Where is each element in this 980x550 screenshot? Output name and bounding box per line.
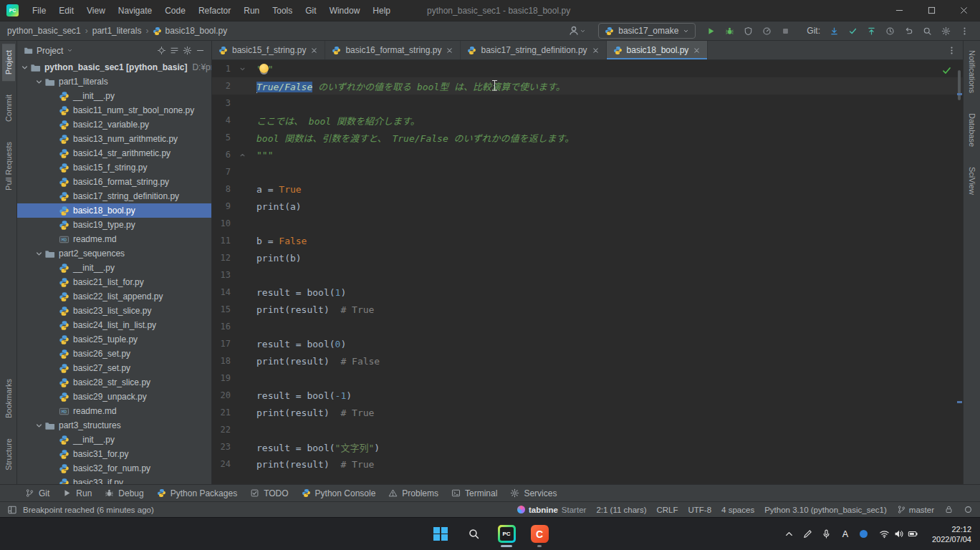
code-line-20[interactable]: 20result = bool(-1) (212, 387, 963, 404)
code-line-1[interactable]: 1""" (212, 60, 963, 77)
tabnine-widget[interactable]: tabnine Starter (517, 506, 586, 514)
project-file-readme.md[interactable]: MDreadme.md (17, 232, 211, 246)
coverage-button[interactable] (739, 22, 756, 39)
project-file-basic17_string_definition.py[interactable]: basic17_string_definition.py (17, 189, 211, 203)
code-line-16[interactable]: 16 (212, 318, 963, 335)
project-file-basic22_list_append.py[interactable]: basic22_list_append.py (17, 289, 211, 304)
breadcrumb-item-python_basic_sec1[interactable]: python_basic_sec1 (7, 26, 81, 36)
network-volume-battery-button[interactable] (874, 523, 923, 546)
commit-button[interactable] (844, 22, 861, 39)
tray-app-button[interactable] (855, 523, 873, 546)
taskbar-pycharm-button[interactable]: PC (492, 520, 521, 549)
code-line-2[interactable]: 2True/False のいずれかの値を取る bool型 は、比較演算で使います… (212, 77, 963, 95)
project-file-basic15_f_string.py[interactable]: basic15_f_string.py (17, 160, 211, 175)
caret-position-widget[interactable]: 2:1 (11 chars) (596, 506, 646, 514)
menu-window[interactable]: Window (323, 0, 367, 21)
code-line-14[interactable]: 14result = bool(1) (212, 284, 963, 301)
project-file-basic11_num_str_bool_none.py[interactable]: basic11_num_str_bool_none.py (17, 103, 211, 117)
run-configuration-selector[interactable]: basic17_omake (598, 23, 696, 39)
menu-edit[interactable]: Edit (52, 0, 80, 21)
menu-refactor[interactable]: Refactor (192, 0, 237, 21)
windows-search-button[interactable] (459, 520, 488, 549)
breadcrumb-item-basic18_bool.py[interactable]: basic18_bool.py (153, 26, 227, 36)
code-line-23[interactable]: 23result = bool("文字列") (212, 438, 963, 455)
project-file-basic29_unpack.py[interactable]: basic29_unpack.py (17, 390, 211, 404)
menu-tools[interactable]: Tools (266, 0, 299, 21)
toolwindow-todo[interactable]: TODO (244, 485, 294, 501)
tray-mic-button[interactable] (818, 523, 835, 546)
panel-settings-icon[interactable] (183, 46, 192, 55)
run-button[interactable] (702, 22, 719, 39)
tree-expand-icon[interactable] (34, 421, 44, 430)
settings-button[interactable] (937, 22, 954, 39)
line-separator-widget[interactable]: CRLF (656, 506, 678, 514)
editor-tab-basic18_bool.py[interactable]: basic18_bool.py (607, 41, 708, 59)
code-line-5[interactable]: 5bool 関数は、引数を渡すと、 True/False のいずれかの値を返しま… (212, 129, 963, 146)
editor-scrollbar-thumb[interactable] (958, 70, 961, 100)
panel-title[interactable]: Project (37, 46, 63, 56)
project-file-part2_sequences[interactable]: part2_sequences (17, 246, 211, 261)
error-stripe-mark[interactable] (957, 401, 962, 403)
menu-view[interactable]: View (80, 0, 112, 21)
toolwindow-python-console[interactable]: Python Console (295, 485, 383, 501)
code-with-me-button[interactable] (566, 22, 588, 39)
code-line-7[interactable]: 7 (212, 163, 963, 180)
code-line-9[interactable]: 9print(a) (212, 198, 963, 215)
breadcrumb-item-part1_literals[interactable]: part1_literals (92, 26, 142, 36)
intention-bulb-icon[interactable] (259, 64, 269, 73)
taskbar-c-app-button[interactable]: C (525, 520, 554, 549)
project-file-__init__.py[interactable]: __init__.py (17, 89, 211, 103)
maximize-button[interactable] (916, 0, 948, 21)
indent-widget[interactable]: 4 spaces (721, 506, 754, 514)
code-line-19[interactable]: 19 (212, 370, 963, 387)
tree-expand-icon[interactable] (34, 249, 44, 259)
encoding-widget[interactable]: UTF-8 (688, 506, 712, 514)
project-file-part1_literals[interactable]: part1_literals (17, 74, 211, 89)
taskbar-clock[interactable]: 22:12 2022/07/04 (932, 524, 971, 544)
code-line-10[interactable]: 10 (212, 215, 963, 232)
project-file-basic24_list_in_list.py[interactable]: basic24_list_in_list.py (17, 318, 211, 332)
project-file-basic32_for_num.py[interactable]: basic32_for_num.py (17, 461, 211, 476)
code-line-4[interactable]: 4ここでは、 bool 関数を紹介します。 (212, 112, 963, 129)
close-tab-icon[interactable] (693, 47, 701, 54)
toolwindow-run[interactable]: Run (56, 485, 98, 501)
toolwindow-button-commit[interactable]: Commit (2, 88, 15, 128)
close-tab-icon[interactable] (592, 47, 600, 54)
project-file-basic16_format_string.py[interactable]: basic16_format_string.py (17, 175, 211, 189)
code-line-17[interactable]: 17result = bool(0) (212, 335, 963, 352)
code-line-6[interactable]: 6""" (212, 146, 963, 163)
project-file-basic33_if.py[interactable]: basic33_if.py (17, 476, 211, 484)
menu-help[interactable]: Help (366, 0, 397, 21)
code-editor[interactable]: 1"""2True/False のいずれかの値を取る bool型 は、比較演算で… (212, 60, 963, 484)
code-line-11[interactable]: 11b = False (212, 232, 963, 249)
menu-code[interactable]: Code (158, 0, 192, 21)
toolwindow-services[interactable]: Services (504, 485, 563, 501)
menu-run[interactable]: Run (237, 0, 266, 21)
collapse-all-icon[interactable] (170, 46, 179, 55)
interpreter-widget[interactable]: Python 3.10 (python_basic_sec1) (764, 506, 887, 514)
toolwindow-problems[interactable]: Problems (382, 485, 445, 501)
code-line-3[interactable]: 3 (212, 95, 963, 112)
project-file-basic19_type.py[interactable]: basic19_type.py (17, 218, 211, 232)
project-file-basic18_bool.py[interactable]: basic18_bool.py (17, 203, 211, 218)
close-tab-icon[interactable] (310, 47, 318, 54)
status-message[interactable]: Breakpoint reached (6 minutes ago) (23, 506, 154, 514)
tray-overflow-button[interactable] (781, 523, 798, 546)
toolwindow-button-project[interactable]: Project (2, 44, 15, 81)
toolwindow-button-structure[interactable]: Structure (2, 432, 15, 477)
menu-navigate[interactable]: Navigate (112, 0, 158, 21)
more-options-button[interactable] (956, 22, 973, 39)
hide-panel-icon[interactable] (196, 46, 205, 55)
tab-options-button[interactable] (943, 42, 960, 59)
close-button[interactable] (948, 0, 980, 21)
minimize-button[interactable] (883, 0, 916, 21)
rollback-button[interactable] (900, 22, 917, 39)
code-line-13[interactable]: 13 (212, 266, 963, 284)
error-stripe-selection-mark[interactable] (957, 93, 962, 95)
stop-button[interactable] (777, 22, 794, 39)
toolwindow-git[interactable]: Git (19, 485, 56, 501)
update-project-button[interactable] (825, 22, 842, 39)
project-file-readme.md[interactable]: MDreadme.md (17, 404, 211, 418)
project-file-part3_structures[interactable]: part3_structures (17, 418, 211, 433)
project-file-basic25_tuple.py[interactable]: basic25_tuple.py (17, 332, 211, 347)
